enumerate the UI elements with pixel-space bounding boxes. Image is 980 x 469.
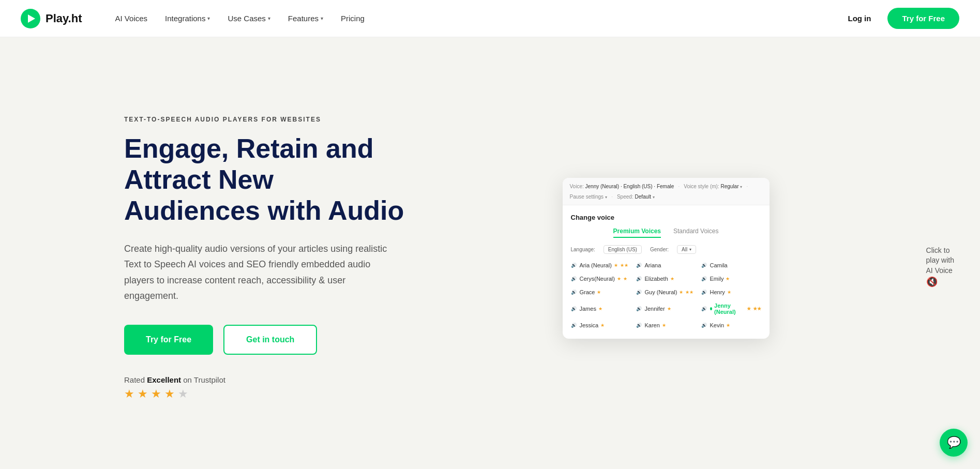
voice-name: Elizabeth [645, 276, 668, 282]
star-1: ★ [124, 387, 134, 401]
language-filter[interactable]: English (US) [604, 245, 642, 254]
voice-name: Jessica [580, 322, 599, 328]
voice-item[interactable]: 🔊Cerys(Neural)★★ [571, 274, 631, 284]
chat-icon: 💬 [947, 436, 961, 449]
widget-topbar-separator2: · [746, 183, 748, 189]
voice-grid: 🔊Aria (Neural)★★★🔊Ariana🔊Camila🔊Cerys(Ne… [571, 260, 761, 330]
voice-item[interactable]: 🔊Ariana [636, 260, 696, 270]
chevron-down-icon: ▾ [605, 195, 607, 200]
chevron-down-icon: ▾ [689, 247, 691, 252]
filter-row: Language: English (US) Gender: All ▾ [571, 245, 761, 254]
tab-premium-voices[interactable]: Premium Voices [613, 228, 661, 238]
voice-stars: ★ [597, 290, 601, 295]
voice-stars: ★ [623, 276, 627, 281]
voice-item[interactable]: 🔊Henry★ [701, 287, 761, 297]
voice-name: Cerys(Neural) [580, 276, 615, 282]
voice-stars: ★ [726, 276, 730, 281]
logo-text: Play.ht [46, 12, 82, 25]
trustpilot-text: Rated Excellent on Trustpilot [124, 375, 225, 384]
speaker-icon: 🔊 [636, 306, 642, 311]
voice-name: Jennifer [645, 306, 665, 312]
trustpilot-stars: ★ ★ ★ ★ ★ [124, 387, 414, 401]
speaker-icon: 🔊 [701, 290, 707, 295]
login-button[interactable]: Log in [839, 10, 879, 27]
logo[interactable]: Play.ht [21, 9, 82, 28]
premium-icon: ★ [614, 263, 618, 268]
change-voice-label: Change voice [571, 214, 761, 221]
chevron-down-icon: ▾ [653, 195, 655, 200]
speaker-icon: 🔊 [571, 323, 577, 328]
widget-body: Change voice Premium Voices Standard Voi… [563, 205, 770, 339]
voice-name: Ariana [645, 262, 661, 268]
voice-name: Karen [645, 322, 660, 328]
speaker-icon: 🔊 [701, 263, 707, 268]
widget-topbar-separator: · [678, 183, 680, 189]
voice-name: Guy (Neural) [645, 289, 677, 295]
speaker-icon: 🔊 [701, 306, 707, 311]
nav-links: AI Voices Integrations ▾ Use Cases ▾ Fea… [108, 10, 840, 27]
nav-try-free-button[interactable]: Try for Free [887, 8, 959, 29]
hero-try-free-button[interactable]: Try for Free [124, 325, 213, 355]
voice-stars: ★★ [685, 290, 693, 295]
voice-item[interactable]: 🔊Aria (Neural)★★★ [571, 260, 631, 270]
voice-item[interactable]: 🔊Kevin★ [701, 320, 761, 330]
voice-stars: ★ [670, 276, 674, 281]
voice-name: Aria (Neural) [580, 262, 612, 268]
voice-item[interactable]: 🔊Jessica★ [571, 320, 631, 330]
speed-label: Speed: Default ▾ [617, 194, 655, 200]
active-voice-indicator [710, 307, 713, 310]
speaker-icon: 🔊 [636, 263, 642, 268]
voice-stars: ★★ [620, 263, 628, 268]
hero-right: Voice: Jenny (Neural) · English (US) · F… [445, 178, 887, 339]
voice-stars: ★ [726, 323, 730, 328]
voice-item[interactable]: 🔊Grace★ [571, 287, 631, 297]
voice-stars: ★ [600, 323, 605, 328]
premium-icon: ★ [679, 290, 683, 295]
voice-stars: ★ [662, 323, 666, 328]
voice-item[interactable]: 🔊Guy (Neural)★★★ [636, 287, 696, 297]
voice-item[interactable]: 🔊Elizabeth★ [636, 274, 696, 284]
voice-name: Kevin [710, 322, 725, 328]
voice-item[interactable]: 🔊Emily★ [701, 274, 761, 284]
voice-stars: ★ [598, 306, 602, 311]
hero-get-in-touch-button[interactable]: Get in touch [223, 325, 317, 355]
voice-name: Jenny (Neural) [714, 302, 744, 315]
nav-right: Log in Try for Free [839, 8, 959, 29]
voice-item[interactable]: 🔊James★ [571, 300, 631, 317]
side-note: Click to play with AI Voice 🔇 [926, 245, 954, 289]
gender-filter[interactable]: All ▾ [677, 245, 696, 254]
gender-filter-label: Gender: [650, 247, 669, 252]
nav-integrations[interactable]: Integrations ▾ [158, 10, 217, 27]
voice-stars: ★★ [753, 306, 761, 311]
chevron-down-icon: ▾ [268, 16, 270, 21]
hero-buttons: Try for Free Get in touch [124, 325, 414, 355]
voice-item[interactable]: 🔊Jennifer★ [636, 300, 696, 317]
trustpilot-section: Rated Excellent on Trustpilot ★ ★ ★ ★ ★ [124, 375, 414, 401]
nav-features[interactable]: Features ▾ [281, 10, 330, 27]
nav-use-cases[interactable]: Use Cases ▾ [220, 10, 277, 27]
widget-topbar: Voice: Jenny (Neural) · English (US) · F… [563, 178, 770, 205]
nav-ai-voices[interactable]: AI Voices [108, 10, 155, 27]
widget-tabs: Premium Voices Standard Voices [571, 228, 761, 238]
chevron-down-icon: ▾ [207, 16, 210, 21]
voice-item[interactable]: 🔊Karen★ [636, 320, 696, 330]
voice-style-label: Voice style (m): Regular ▾ [684, 184, 742, 189]
language-filter-label: Language: [571, 247, 595, 252]
tab-standard-voices[interactable]: Standard Voices [673, 228, 718, 238]
hero-left: TEXT-TO-SPEECH AUDIO PLAYERS FOR WEBSITE… [124, 116, 414, 401]
voice-name: Camila [710, 262, 728, 268]
pause-settings-label: Pause settings ▾ [570, 194, 607, 200]
voice-label: Voice: Jenny (Neural) · English (US) · F… [570, 184, 674, 189]
voice-name: Henry [710, 289, 725, 295]
chat-bubble[interactable]: 💬 [940, 429, 968, 457]
nav-pricing[interactable]: Pricing [334, 10, 372, 27]
star-5: ★ [178, 387, 188, 401]
speaker-icon: 🔊 [636, 290, 642, 295]
logo-icon [21, 9, 40, 28]
hero-title: Engage, Retain and Attract New Audiences… [124, 133, 414, 226]
speaker-icon: 🔊 [636, 323, 642, 328]
voice-name: Grace [580, 289, 595, 295]
voice-item[interactable]: 🔊Jenny (Neural)★★★ [701, 300, 761, 317]
mute-icon: 🔇 [926, 277, 938, 287]
voice-item[interactable]: 🔊Camila [701, 260, 761, 270]
